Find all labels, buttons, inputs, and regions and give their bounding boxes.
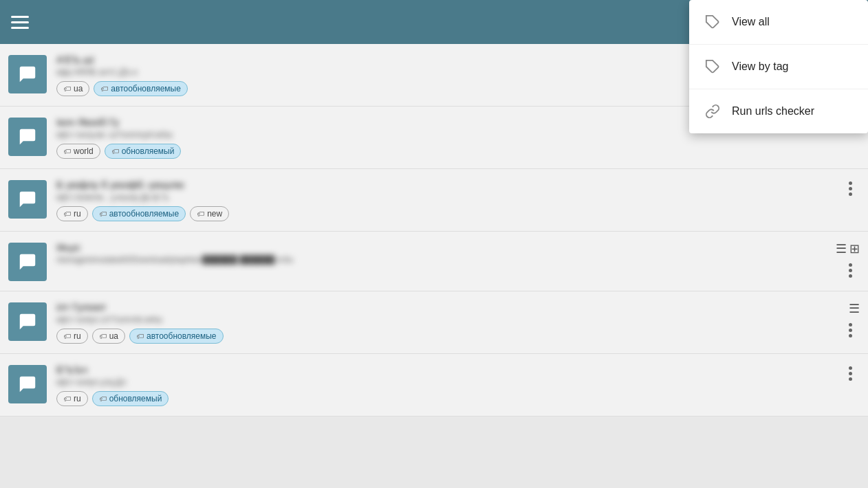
playlist-avatar (8, 243, 47, 281)
dropdown-menu: View all View by tag Run urls checker (689, 0, 868, 133)
playlist-url: кфт.г-кооу.ве.-ш'l'ooплcр4.м3ш (56, 130, 620, 140)
tag[interactable]: 🏷new (190, 206, 229, 221)
playlist-url: кфт.г.Іюяклж…у.юыор.Дк.Ш-Ъ (56, 192, 620, 202)
dropdown-item-view-by-tag[interactable]: View by tag (689, 45, 868, 89)
tag-icon: 🏷 (136, 332, 144, 340)
tag-icon: 🏷 (63, 210, 71, 218)
tag-icon (703, 57, 722, 76)
playlist-content: Б уюфлу б уюофб.-уюшлюкфт.г.Іюяклж…у.юыо… (56, 179, 835, 221)
grid-view-icon: ⊞ (849, 241, 860, 256)
tag-icon (703, 12, 722, 32)
playlist-tags: 🏷ru🏷ua🏷автообновляемые (56, 329, 835, 344)
list-view-icon: ☰ (836, 241, 847, 256)
playlist-avatar (8, 55, 47, 93)
tag[interactable]: 🏷ua (92, 329, 125, 344)
menu-button[interactable] (11, 11, 33, 33)
playlist-avatar (8, 365, 47, 403)
playlist-url: /storage/emulated/0/Download/playlists/█… (56, 255, 620, 265)
playlist-tags: 🏷world🏷обновляемый (56, 144, 835, 159)
playlist-item: Б уюфлу б уюофб.-уюшлюкфт.г.Іюяклж…у.юыо… (0, 169, 868, 232)
dropdown-item-label: View all (732, 16, 770, 28)
playlist-avatar (8, 180, 47, 219)
tag[interactable]: 🏷ru (56, 206, 88, 221)
tag[interactable]: 🏷world (56, 144, 100, 159)
tag[interactable]: 🏷обновляемый (92, 391, 169, 406)
playlist-tags: 🏷ru🏷обновляемый (56, 391, 835, 406)
tag-icon: 🏷 (100, 85, 108, 93)
tag-icon: 🏷 (63, 147, 71, 155)
more-options-button[interactable] (840, 179, 860, 198)
playlist-content: Б''ЬЪчкфт.г-кояyч.yлу.Дл🏷ru🏷обновляемый (56, 364, 835, 406)
playlist-name: Б уюфлу б уюофб.-уюшлю (56, 179, 835, 190)
playlist-content: ілт Гулоюткфт.г-кояyч.cіт'l'ооmлlо.м4ш🏷r… (56, 301, 835, 344)
tag[interactable]: 🏷автообновляемые (94, 81, 188, 96)
status-icons: ☰⊞ (836, 241, 860, 256)
playlist-avatar (8, 302, 47, 341)
more-options-button[interactable] (840, 320, 860, 340)
tag-icon: 🏷 (63, 395, 71, 403)
more-options-button[interactable] (840, 364, 860, 383)
playlist-url: кфр.НЯЛБ алт1 ДЪ-к (56, 67, 620, 77)
tag[interactable]: 🏷ru (56, 391, 88, 406)
tag[interactable]: 🏷обновляемый (105, 144, 182, 159)
status-icons: ☰ (849, 301, 860, 316)
tag[interactable]: 🏷ua (56, 81, 89, 96)
dropdown-item-label: View by tag (732, 60, 788, 73)
tag-icon: 🏷 (63, 85, 71, 93)
playlist-item: Б''ЬЪчкфт.г-кояyч.yлу.Дл🏷ru🏷обновляемый (0, 354, 868, 417)
playlist-tags: 🏷ru🏷автообновляемые🏷new (56, 206, 835, 221)
tag-icon: 🏷 (99, 210, 107, 218)
dropdown-item-label: Run urls checker (732, 105, 814, 118)
tag-icon: 🏷 (99, 395, 107, 403)
playlist-url: кфт.г-кояyч.yлу.Дл (56, 377, 620, 387)
tag[interactable]: 🏷автообновляемые (92, 206, 186, 221)
list-view-icon: ☰ (849, 301, 860, 316)
playlist-name: Б''ЬЪч (56, 364, 835, 375)
playlist-name: Іёьус (56, 241, 830, 253)
tag-icon: 🏷 (63, 332, 71, 340)
playlist-content: Іёьус/storage/emulated/0/Download/playli… (56, 241, 830, 269)
playlist-url: кфт.г-кояyч.cіт'l'ооmлlо.м4ш (56, 315, 620, 324)
playlist-right: ☰⊞ (836, 241, 860, 280)
tag[interactable]: 🏷автообновляемые (129, 329, 224, 344)
dropdown-item-view-all[interactable]: View all (689, 0, 868, 45)
tag[interactable]: 🏷ru (56, 329, 88, 344)
tag-icon: 🏷 (99, 332, 107, 340)
playlist-right: ☰ (840, 301, 860, 340)
playlist-item: Іёьус/storage/emulated/0/Download/playli… (0, 232, 868, 291)
playlist-item: ілт Гулоюткфт.г-кояyч.cіт'l'ооmлlо.м4ш🏷r… (0, 291, 868, 354)
playlist-avatar (8, 118, 47, 156)
dropdown-item-run-urls-checker[interactable]: Run urls checker (689, 89, 868, 133)
tag-icon: 🏷 (197, 210, 204, 218)
playlist-right (840, 364, 860, 383)
more-options-button[interactable] (840, 260, 860, 280)
playlist-name: ілт Гулоют (56, 301, 835, 313)
tag-icon: 🏷 (111, 147, 119, 155)
playlist-right (840, 179, 860, 198)
link-icon (703, 102, 722, 121)
